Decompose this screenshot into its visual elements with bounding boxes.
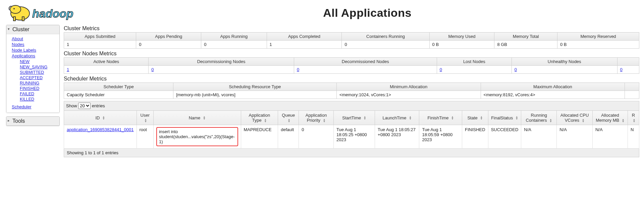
scheduler-metrics-title: Scheduler Metrics [64, 76, 639, 82]
svg-point-2 [13, 8, 15, 9]
sort-icon: ▲▼ [323, 119, 326, 123]
metric-link[interactable]: 0 [297, 67, 299, 72]
apps-col-header[interactable]: StartTime ▲▼ [334, 111, 375, 125]
col-header: Lost Nodes [437, 58, 512, 66]
nav-submitted[interactable]: SUBMITTED [20, 70, 44, 75]
col-header: Scheduler Type [64, 83, 173, 91]
metric-value: 0 [437, 66, 512, 74]
apps-col-header[interactable]: Name ▲▼ [153, 111, 241, 125]
cell-running: N/A [521, 125, 557, 149]
svg-rect-4 [22, 17, 24, 21]
app-id-link[interactable]: application_1690853828441_0001 [67, 127, 134, 132]
col-header: Apps Completed [267, 33, 342, 41]
col-header: Memory Total [494, 33, 557, 41]
sidebar-tools-header[interactable]: Tools [6, 117, 59, 126]
nav-applications[interactable]: Applications [12, 53, 35, 58]
cell-launch: Tue Aug 1 18:05:27 +0800 2023 [375, 125, 419, 149]
nav-nodes[interactable]: Nodes [12, 42, 24, 47]
metric-value: 0 B [429, 41, 494, 49]
svg-rect-3 [13, 17, 15, 21]
metric-link[interactable]: 0 [440, 67, 442, 72]
apps-col-header[interactable]: ID ▲▼ [64, 111, 137, 125]
apps-col-header[interactable]: User ▲▼ [137, 111, 153, 125]
apps-col-header[interactable]: Allocated Memory MB ▲▼ [592, 111, 628, 125]
col-header: Scheduling Resource Type [173, 83, 337, 91]
apps-col-header[interactable]: State ▲▼ [462, 111, 488, 125]
page-length-select[interactable]: 20 [78, 103, 91, 109]
col-header: Apps Submitted [64, 33, 136, 41]
applications-table: ID ▲▼User ▲▼Name ▲▼Application Type ▲▼Qu… [64, 110, 639, 149]
metric-value: [memory-mb (unit=Mi), vcores] [173, 91, 337, 99]
nav-new-saving[interactable]: NEW_SAVING [20, 65, 47, 69]
sort-icon: ▲▼ [364, 116, 366, 120]
apps-col-header[interactable]: FinalStatus ▲▼ [488, 111, 521, 125]
nav-about[interactable]: About [12, 36, 23, 41]
datatable-status: Showing 1 to 1 of 1 entries [64, 149, 639, 157]
metric-value: <memory:1024, vCores:1> [336, 91, 481, 99]
apps-col-header[interactable]: Application Priority ▲▼ [299, 111, 334, 125]
nav-running[interactable]: RUNNING [20, 81, 39, 86]
nav-scheduler[interactable]: Scheduler [12, 104, 32, 109]
col-header: Decommissioned Nodes [294, 58, 437, 66]
metric-link[interactable]: 0 [151, 67, 154, 72]
highlight-box: insert into student(studen...values("zs"… [156, 127, 238, 146]
metric-value: 0 [201, 41, 267, 49]
col-header [625, 83, 639, 91]
scheduler-metrics-table: Scheduler TypeScheduling Resource TypeMi… [64, 82, 639, 99]
apps-col-header[interactable]: Queue ▲▼ [278, 111, 299, 125]
col-header: Decommissioning Nodes [149, 58, 294, 66]
sort-icon: ▲▼ [203, 116, 206, 120]
cluster-nodes-title: Cluster Nodes Metrics [64, 51, 639, 57]
nav-accepted[interactable]: ACCEPTED [20, 75, 43, 80]
nav-new[interactable]: NEW [20, 59, 30, 64]
cluster-metrics-title: Cluster Metrics [64, 25, 639, 32]
cell-type: MAPREDUCE [241, 125, 278, 149]
metric-link[interactable]: 0 [620, 67, 623, 72]
sort-icon: ▲▼ [480, 116, 483, 120]
apps-col-header[interactable]: LaunchTime ▲▼ [375, 111, 419, 125]
cell-vcores: N/A [557, 125, 593, 149]
apps-col-header[interactable]: R ▲▼ [628, 111, 639, 125]
col-header: Containers Running [342, 33, 429, 41]
sidebar-cluster-panel: Cluster AboutNodesNode LabelsApplication… [6, 25, 60, 113]
sort-icon: ▲▼ [549, 119, 552, 123]
nav-killed[interactable]: KILLED [20, 97, 34, 102]
metric-value: Capacity Scheduler [64, 91, 173, 99]
metric-value: 1 [64, 66, 149, 74]
apps-col-header[interactable]: Running Containers ▲▼ [521, 111, 557, 125]
cell-priority: 0 [299, 125, 334, 149]
metric-value: 0 [136, 41, 201, 49]
metric-value: 0 [294, 66, 437, 74]
show-suffix: entries [92, 103, 105, 108]
apps-col-header[interactable]: Allocated CPU VCores ▲▼ [557, 111, 593, 125]
col-header: Memory Reserved [557, 33, 639, 41]
nav-node-labels[interactable]: Node Labels [12, 48, 36, 53]
metric-value: 0 [149, 66, 294, 74]
nav-finished[interactable]: FINISHED [20, 86, 39, 91]
sort-icon: ▲▼ [264, 119, 267, 123]
apps-col-header[interactable]: FinishTime ▲▼ [419, 111, 462, 125]
sidebar-cluster-header[interactable]: Cluster [6, 25, 59, 34]
svg-point-1 [10, 5, 21, 13]
metric-link[interactable]: 0 [515, 67, 517, 72]
metric-value: 8 GB [494, 41, 557, 49]
col-header: Apps Pending [136, 33, 201, 41]
sort-icon: ▲▼ [144, 119, 147, 123]
metric-value [625, 91, 639, 99]
table-row: application_1690853828441_0001 root inse… [64, 125, 639, 149]
sort-icon: ▲▼ [409, 116, 412, 120]
apps-col-header[interactable]: Application Type ▲▼ [241, 111, 278, 125]
nav-failed[interactable]: FAILED [20, 92, 34, 96]
sort-icon: ▲▼ [622, 119, 625, 123]
sort-icon: ▲▼ [451, 116, 454, 120]
sort-icon: ▲▼ [102, 116, 105, 120]
metric-value: 1 [267, 41, 342, 49]
col-header: Maximum Allocation [481, 83, 625, 91]
col-header: Active Nodes [64, 58, 149, 66]
cluster-metrics-table: Apps SubmittedApps PendingApps RunningAp… [64, 32, 639, 49]
metric-link[interactable]: 1 [67, 67, 69, 72]
cell-state: FINISHED [462, 125, 488, 149]
sort-icon: ▲▼ [288, 119, 290, 123]
cell-queue: default [278, 125, 299, 149]
col-header: Memory Used [429, 33, 494, 41]
